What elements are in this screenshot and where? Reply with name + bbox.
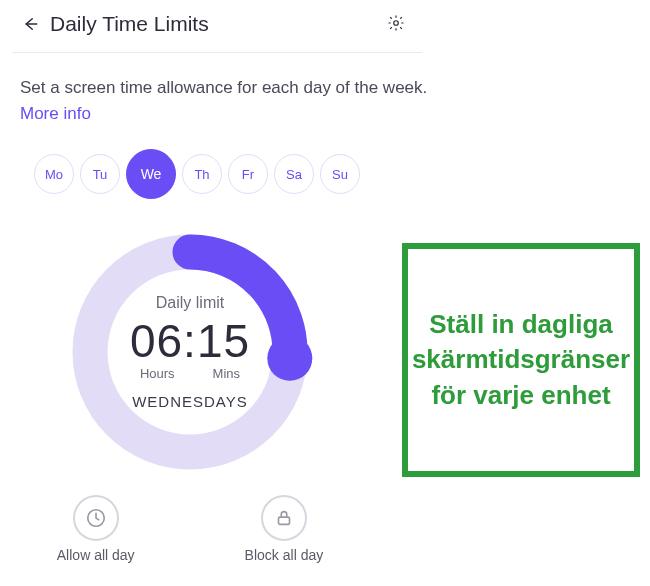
callout-box: Ställ in dagliga skärmtidsgränser för va… — [402, 243, 640, 477]
back-arrow-icon[interactable] — [20, 14, 40, 34]
time-dial[interactable]: Daily limit 06:15 Hours Mins WEDNESDAYS — [65, 227, 315, 477]
mins-label: Mins — [213, 366, 240, 381]
svg-point-1 — [394, 21, 399, 26]
selected-day-name: WEDNESDAYS — [132, 393, 248, 410]
page-title: Daily Time Limits — [50, 12, 209, 36]
svg-rect-5 — [278, 517, 289, 524]
day-chip-fr[interactable]: Fr — [228, 154, 268, 194]
days-row: Mo Tu We Th Fr Sa Su — [0, 136, 650, 207]
daily-limit-label: Daily limit — [156, 294, 224, 312]
clock-icon — [73, 495, 119, 541]
time-display: 06:15 — [130, 314, 250, 368]
gear-icon[interactable] — [387, 14, 405, 32]
allow-label: Allow all day — [57, 547, 135, 563]
more-info-link[interactable]: More info — [20, 104, 91, 123]
block-all-day-button[interactable]: Block all day — [245, 495, 324, 563]
lock-icon — [261, 495, 307, 541]
callout-text: Ställ in dagliga skärmtidsgränser för va… — [412, 307, 630, 412]
day-chip-tu[interactable]: Tu — [80, 154, 120, 194]
day-chip-th[interactable]: Th — [182, 154, 222, 194]
hours-label: Hours — [140, 366, 175, 381]
description-text: Set a screen time allowance for each day… — [0, 53, 450, 136]
day-chip-we[interactable]: We — [126, 149, 176, 199]
day-chip-su[interactable]: Su — [320, 154, 360, 194]
day-chip-sa[interactable]: Sa — [274, 154, 314, 194]
description-body: Set a screen time allowance for each day… — [20, 78, 427, 97]
day-chip-mo[interactable]: Mo — [34, 154, 74, 194]
block-label: Block all day — [245, 547, 324, 563]
allow-all-day-button[interactable]: Allow all day — [57, 495, 135, 563]
